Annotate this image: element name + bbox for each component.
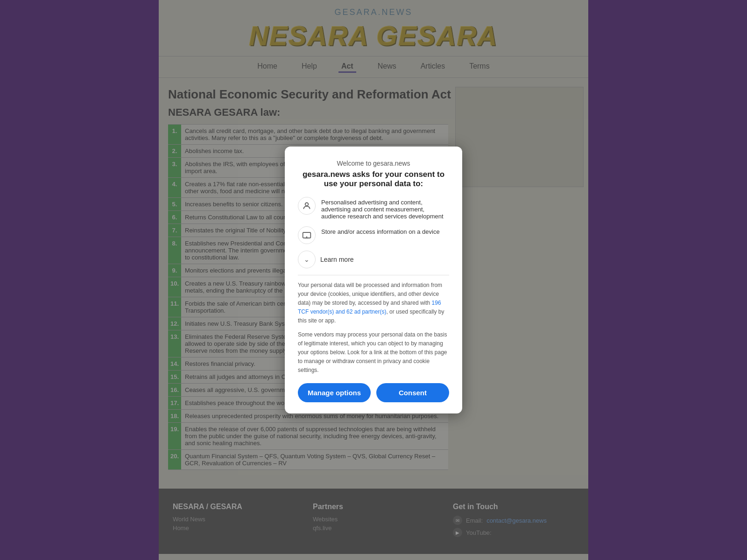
modal-secondary-text: Some vendors may process your personal d… xyxy=(298,330,449,375)
consent-button[interactable]: Consent xyxy=(376,383,449,402)
consent-overlay: Welcome to gesara.news gesara.news asks … xyxy=(0,0,747,560)
manage-options-button[interactable]: Manage options xyxy=(298,383,371,402)
modal-divider xyxy=(298,275,449,275)
body-text-1: Your personal data will be processed and… xyxy=(298,282,442,306)
learn-more-row[interactable]: ⌄ Learn more xyxy=(298,251,449,268)
learn-more-label[interactable]: Learn more xyxy=(320,256,354,263)
person-icon xyxy=(298,197,316,215)
feature1-text: Personalised advertising and content, ad… xyxy=(321,197,449,220)
svg-point-0 xyxy=(305,203,309,206)
consent-modal: Welcome to gesara.news gesara.news asks … xyxy=(285,147,462,414)
modal-buttons: Manage options Consent xyxy=(298,383,449,402)
feature-store: Store and/or access information on a dev… xyxy=(298,226,449,244)
feature2-text: Store and/or access information on a dev… xyxy=(321,226,440,235)
modal-body-text: Your personal data will be processed and… xyxy=(298,281,449,326)
chevron-down-icon: ⌄ xyxy=(298,251,316,268)
device-icon xyxy=(298,226,316,244)
modal-welcome: Welcome to gesara.news xyxy=(298,160,449,167)
modal-title: gesara.news asks for your consent to use… xyxy=(298,170,449,189)
feature-personalised: Personalised advertising and content, ad… xyxy=(298,197,449,220)
